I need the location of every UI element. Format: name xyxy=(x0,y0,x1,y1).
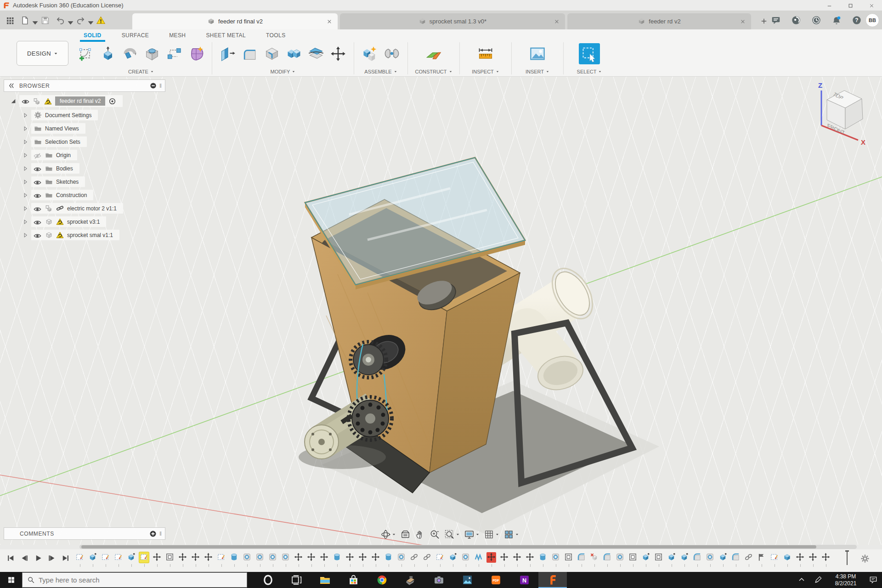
pen-settings-icon[interactable] xyxy=(813,575,823,585)
timeline-feature-move-58[interactable] xyxy=(808,552,818,563)
expand-triangle-icon[interactable] xyxy=(22,192,28,198)
feedback-icon[interactable] xyxy=(771,15,781,25)
expand-triangle-icon[interactable] xyxy=(22,112,28,119)
display-settings-button[interactable] xyxy=(464,529,480,540)
timeline-feature-move-19[interactable] xyxy=(306,552,316,563)
browser-item-construction[interactable]: Construction xyxy=(4,188,165,202)
file-menu-button[interactable] xyxy=(19,14,36,27)
root-component-label[interactable]: feeder rd final v2 xyxy=(55,96,105,106)
view-cube[interactable]: Z X TOP FRONT RIGHT xyxy=(811,79,876,148)
document-tab[interactable]: feeder rd v2 xyxy=(567,13,751,29)
chrome-taskbar-icon[interactable] xyxy=(368,572,396,588)
timeline-feature-extrude-51[interactable] xyxy=(718,552,728,563)
timeline-feature-move-35[interactable] xyxy=(512,552,522,563)
timeline-feature-hole-50[interactable] xyxy=(705,552,715,563)
pan-button[interactable] xyxy=(415,529,425,540)
ribbon-group-dropdown-inspect[interactable]: INSPECT xyxy=(472,67,499,76)
timeline-feature-fillet-49[interactable] xyxy=(692,552,702,563)
maximize-button[interactable] xyxy=(840,0,861,11)
visibility-eye-icon[interactable] xyxy=(21,97,30,105)
browser-item-sketches[interactable]: Sketches xyxy=(4,175,165,188)
timeline-feature-joint-27[interactable] xyxy=(409,552,419,563)
find-in-window-icon[interactable] xyxy=(108,97,116,105)
timeline-feature-hole-17[interactable] xyxy=(281,552,290,563)
ribbon-tab-mesh[interactable]: MESH xyxy=(168,30,187,40)
timeline-feature-extrude-45[interactable] xyxy=(641,552,650,563)
timeline-feature-move-10[interactable] xyxy=(191,552,200,563)
browser-item-bodies[interactable]: Bodies xyxy=(4,162,165,175)
visibility-eye-icon[interactable] xyxy=(33,165,42,172)
timeline-feature-joint-53[interactable] xyxy=(744,552,753,563)
browser-item-sprocket-smal-v1-1[interactable]: sprocket smal v1:1 xyxy=(4,228,165,242)
timeline-feature-move-36[interactable] xyxy=(525,552,535,563)
look-at-button[interactable] xyxy=(400,529,411,540)
fillet-tool-button[interactable] xyxy=(239,42,261,66)
add-comment-button[interactable] xyxy=(149,530,157,537)
search-input[interactable] xyxy=(39,576,242,584)
timeline-feature-extrude-48[interactable] xyxy=(679,552,689,563)
redo-button[interactable] xyxy=(74,14,92,27)
timeline-feature-sketch-12[interactable] xyxy=(216,552,226,563)
timeline-step-forward-button[interactable] xyxy=(47,553,57,563)
timeline-feature-flag-54[interactable] xyxy=(757,552,766,563)
hole-tool-button[interactable] xyxy=(141,42,163,66)
timeline-feature-move-34[interactable] xyxy=(499,552,509,563)
extrude-tool-button[interactable] xyxy=(97,42,119,66)
job-status-icon[interactable] xyxy=(811,15,821,25)
notifications-icon[interactable] xyxy=(831,15,842,25)
timeline-feature-sketch-29[interactable] xyxy=(435,552,445,563)
timeline-feature-move-59[interactable] xyxy=(821,552,831,563)
comments-drag-handle[interactable]: ‖ xyxy=(159,531,161,537)
timeline-feature-hole-15[interactable] xyxy=(255,552,265,563)
timeline-feature-extrude-5[interactable] xyxy=(126,552,136,563)
combine-tool-button[interactable] xyxy=(283,42,305,66)
timeline-feature-sketch-55[interactable] xyxy=(769,552,779,563)
timeline-feature-move-33[interactable] xyxy=(486,552,496,563)
ribbon-group-dropdown-create[interactable]: CREATE xyxy=(128,67,154,76)
ribbon-tab-solid[interactable]: SOLID xyxy=(83,30,102,40)
undo-button[interactable] xyxy=(54,14,72,27)
shell-tool-button[interactable] xyxy=(261,42,283,66)
grid-settings-button[interactable] xyxy=(484,529,499,540)
ribbon-group-dropdown-construct[interactable]: CONSTRUCT xyxy=(415,67,452,76)
action-center-icon[interactable] xyxy=(868,575,878,585)
measure-tool-button[interactable] xyxy=(475,42,497,66)
timeline-settings-button[interactable] xyxy=(860,554,870,564)
microsoft-store-taskbar-icon[interactable] xyxy=(339,572,368,588)
ribbon-group-dropdown-assemble[interactable]: ASSEMBLE xyxy=(364,67,397,76)
timeline-skip-end-button[interactable] xyxy=(61,553,71,563)
visibility-eye-icon[interactable] xyxy=(33,192,42,199)
save-button[interactable] xyxy=(39,14,51,27)
avatar[interactable]: BB xyxy=(865,13,879,27)
timeline-feature-hole-14[interactable] xyxy=(242,552,252,563)
timeline-feature-fillet-52[interactable] xyxy=(731,552,741,563)
timeline-feature-move-18[interactable] xyxy=(294,552,303,563)
timeline-feature-move-20[interactable] xyxy=(319,552,329,563)
tray-chevron-up-icon[interactable] xyxy=(797,575,807,585)
timeline-feature-sketch-4[interactable] xyxy=(113,552,123,563)
timeline-feature-shell-8[interactable] xyxy=(165,552,175,563)
app-grid-button[interactable] xyxy=(4,14,16,27)
timeline-feature-hole-38[interactable] xyxy=(551,552,560,563)
pattern-tool-button[interactable] xyxy=(163,42,185,66)
onenote-taskbar-icon[interactable]: N xyxy=(510,572,538,588)
browser-item-sprocket-v3-1[interactable]: sprocket v3:1 xyxy=(4,215,165,228)
timeline-feature-hole-16[interactable] xyxy=(268,552,277,563)
foxit-pdf-taskbar-icon[interactable]: PDF xyxy=(481,572,510,588)
browser-item-document-settings[interactable]: Document Settings xyxy=(4,108,165,122)
close-tab-button[interactable] xyxy=(326,18,333,25)
close-tab-button[interactable] xyxy=(739,18,746,25)
timeline-feature-hole-26[interactable] xyxy=(396,552,406,563)
collapse-triangle-icon[interactable] xyxy=(10,98,17,104)
timeline-feature-move-9[interactable] xyxy=(178,552,187,563)
timeline-feature-move-7[interactable] xyxy=(152,552,162,563)
select-tool-button[interactable] xyxy=(579,43,600,64)
zoom-button[interactable] xyxy=(430,529,440,540)
expand-triangle-icon[interactable] xyxy=(22,139,28,145)
timeline-feature-shell-44[interactable] xyxy=(628,552,638,563)
ribbon-tab-tools[interactable]: TOOLS xyxy=(265,30,286,40)
browser-item-origin[interactable]: Origin xyxy=(4,148,165,162)
taskbar-clock[interactable]: 4:38 PM 8/2/2021 xyxy=(830,573,862,587)
expand-triangle-icon[interactable] xyxy=(22,125,28,132)
browser-item-selection-sets[interactable]: Selection Sets xyxy=(4,135,165,148)
